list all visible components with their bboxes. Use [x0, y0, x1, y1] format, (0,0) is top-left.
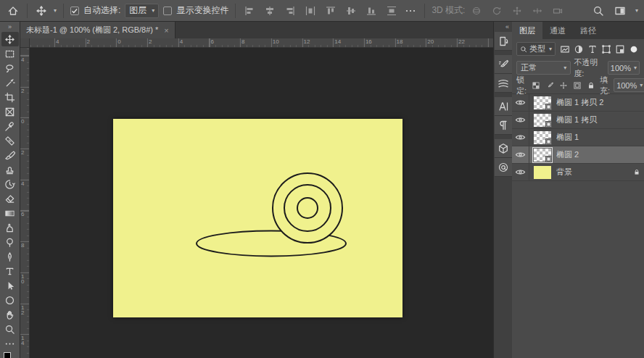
brushes-panel-icon[interactable]	[495, 74, 512, 93]
panel-tab-路径[interactable]: 路径	[573, 22, 603, 39]
layer-name[interactable]: 背景	[556, 167, 629, 178]
marquee-tool-icon[interactable]	[1, 46, 19, 61]
3d-pan-icon[interactable]	[510, 4, 524, 18]
lasso-tool-icon[interactable]	[1, 61, 19, 75]
type-tool-icon[interactable]	[1, 264, 19, 278]
align-bottom-icon[interactable]	[364, 4, 379, 18]
filter-toggle-icon[interactable]	[627, 43, 640, 55]
history-brush-tool-icon[interactable]	[1, 177, 19, 191]
show-transform-checkbox[interactable]	[163, 7, 172, 15]
lock-pixel-icon[interactable]	[544, 80, 555, 91]
panel-tab-图层[interactable]: 图层	[512, 22, 542, 39]
opacity-input[interactable]: 100% ▾	[608, 61, 640, 75]
dodge-tool-icon[interactable]	[1, 235, 19, 249]
filter-pixel-icon[interactable]	[558, 43, 571, 55]
align-top-icon[interactable]	[323, 4, 338, 18]
align-left-icon[interactable]	[242, 4, 257, 18]
layer-row[interactable]: 椭圆 1 拷贝	[512, 112, 644, 129]
brush-tool-icon[interactable]	[1, 148, 19, 162]
workspace-switcher-icon[interactable]	[613, 4, 627, 18]
stamp-tool-icon[interactable]	[1, 162, 19, 177]
color-swatches[interactable]	[4, 352, 17, 358]
visibility-eye-icon[interactable]	[512, 112, 529, 128]
layer-thumbnail[interactable]	[534, 166, 551, 179]
align-center-h-icon[interactable]	[263, 4, 277, 18]
vertical-ruler[interactable]: 42024681 01 21 4	[20, 48, 30, 358]
more-options-icon[interactable]	[403, 4, 418, 18]
document-tab[interactable]: 未标题-1 @ 100% (椭圆 2, RGB/8#) * ×	[20, 22, 176, 38]
lock-move-icon[interactable]	[558, 80, 569, 91]
crop-tool-icon[interactable]	[1, 90, 19, 104]
3d-slide-icon[interactable]	[530, 4, 545, 18]
brush-settings-panel-icon[interactable]	[495, 55, 512, 74]
3d-roll-icon[interactable]	[490, 4, 504, 18]
chevron-down-icon[interactable]: ▾	[635, 7, 638, 14]
auto-select-target-dropdown[interactable]: 图层 ▾	[125, 4, 159, 18]
layer-thumbnail[interactable]	[534, 149, 551, 162]
close-icon[interactable]: ×	[164, 26, 168, 35]
canvas[interactable]	[113, 119, 402, 317]
layer-row[interactable]: 背景	[512, 164, 644, 181]
filter-shape-icon[interactable]	[600, 43, 612, 55]
3d-rotate-icon[interactable]	[469, 4, 484, 18]
home-icon[interactable]	[6, 4, 20, 18]
lock-transparent-icon[interactable]	[530, 80, 541, 91]
history-panel-icon[interactable]	[495, 32, 512, 51]
ellipsis-icon[interactable]	[1, 336, 19, 351]
layer-row[interactable]: 椭圆 1	[512, 129, 644, 146]
glyphs-panel-icon[interactable]	[495, 158, 512, 177]
eraser-tool-icon[interactable]	[1, 191, 19, 206]
visibility-eye-icon[interactable]	[512, 146, 529, 163]
layer-thumbnail[interactable]	[534, 96, 551, 109]
chevron-down-icon[interactable]: ▾	[54, 7, 57, 14]
ruler-origin-box[interactable]	[20, 38, 30, 48]
filter-adjust-icon[interactable]	[572, 43, 585, 55]
distribute-v-icon[interactable]	[384, 4, 399, 18]
character-panel-icon[interactable]	[495, 97, 512, 116]
smudge-tool-icon[interactable]	[1, 220, 19, 235]
filter-kind-dropdown[interactable]: 类型 ▾	[516, 42, 556, 56]
layer-name[interactable]: 椭圆 1 拷贝 2	[556, 97, 644, 108]
hand-tool-icon[interactable]	[1, 307, 19, 322]
panel-tab-通道[interactable]: 通道	[542, 22, 573, 39]
auto-select-checkbox[interactable]	[70, 7, 79, 15]
filter-type-icon[interactable]	[586, 43, 598, 55]
search-icon[interactable]	[591, 4, 606, 18]
align-middle-icon[interactable]	[344, 4, 358, 18]
layer-thumbnail[interactable]	[534, 131, 551, 144]
visibility-eye-icon[interactable]	[512, 164, 529, 180]
panels-expand-chevron[interactable]: «	[494, 22, 512, 32]
toolbar-collapse-chevron[interactable]: »	[0, 22, 20, 32]
frame-tool-icon[interactable]	[1, 104, 19, 119]
pen-tool-icon[interactable]	[1, 249, 19, 264]
3d-panel-icon[interactable]	[495, 139, 512, 158]
layer-name[interactable]: 椭圆 1 拷贝	[556, 115, 644, 125]
layer-name[interactable]: 椭圆 2	[556, 149, 644, 160]
layer-thumbnail[interactable]	[534, 114, 551, 127]
healing-tool-icon[interactable]	[1, 133, 19, 148]
visibility-eye-icon[interactable]	[512, 129, 529, 146]
wand-tool-icon[interactable]	[1, 75, 19, 90]
align-right-icon[interactable]	[283, 4, 297, 18]
filter-smart-icon[interactable]	[614, 43, 626, 55]
3d-dolly-icon[interactable]	[550, 4, 565, 18]
lock-artboard-icon[interactable]	[571, 80, 582, 91]
panel-menu-icon[interactable]	[640, 22, 644, 39]
zoom-tool-icon[interactable]	[1, 322, 19, 336]
ellipse-tool-icon[interactable]	[1, 293, 19, 307]
lock-all-icon[interactable]	[585, 80, 596, 91]
fill-input[interactable]: 100% ▾	[614, 78, 644, 92]
foreground-color-swatch[interactable]	[4, 352, 11, 358]
eyedropper-tool-icon[interactable]	[1, 119, 19, 133]
blend-mode-dropdown[interactable]: 正常 ▾	[516, 61, 571, 75]
visibility-eye-icon[interactable]	[512, 94, 529, 111]
layer-row[interactable]: 椭圆 1 拷贝 2	[512, 94, 644, 112]
layer-name[interactable]: 椭圆 1	[556, 132, 644, 143]
gradient-tool-icon[interactable]	[1, 206, 19, 220]
paragraph-panel-icon[interactable]	[495, 116, 512, 135]
move-tool-preset-icon[interactable]	[34, 4, 49, 18]
path-select-tool-icon[interactable]	[1, 278, 19, 293]
distribute-h-icon[interactable]	[303, 4, 318, 18]
layer-row[interactable]: 椭圆 2	[512, 146, 644, 164]
move-tool-icon[interactable]	[1, 32, 19, 46]
